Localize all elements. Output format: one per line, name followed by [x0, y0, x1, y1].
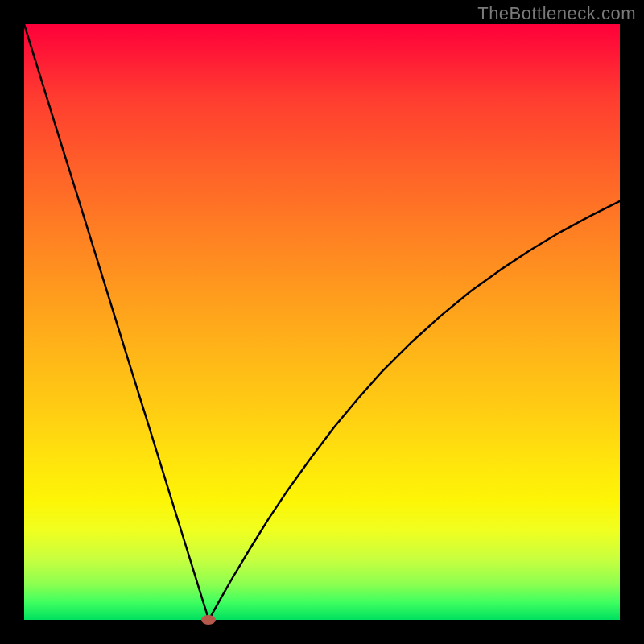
bottleneck-curve [24, 24, 620, 620]
watermark-text: TheBottleneck.com [477, 3, 636, 24]
minimum-marker [201, 615, 216, 625]
curve-svg [24, 24, 620, 620]
plot-area [24, 24, 620, 620]
chart-stage: TheBottleneck.com [0, 0, 644, 644]
